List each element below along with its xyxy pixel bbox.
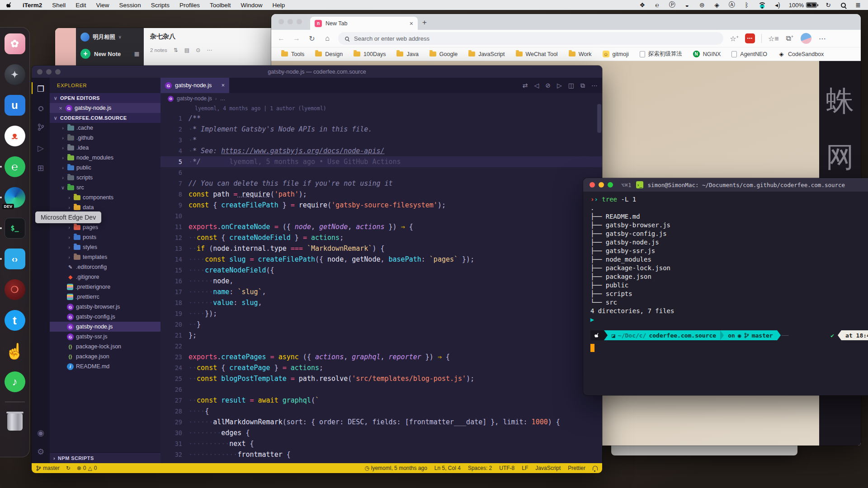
window-tiles-icon[interactable]: ❖ — [639, 1, 646, 9]
evernote-account[interactable]: 明月相照 ∨ — [80, 33, 139, 42]
menu-item-help[interactable]: Help — [272, 2, 285, 9]
notifications-bell-icon[interactable] — [593, 466, 598, 470]
menu-item-profiles[interactable]: Profiles — [179, 2, 200, 9]
hat-app-icon[interactable]: ◒ — [684, 1, 691, 9]
dock-trash[interactable] — [4, 411, 26, 433]
address-bar[interactable]: Search or enter web address — [338, 32, 723, 45]
npm-scripts-section[interactable]: ›NPM SCRIPTS — [50, 452, 160, 463]
open-editor-item[interactable]: ×Ggatsby-node.js — [50, 103, 160, 113]
open-preview-icon[interactable]: ◫ — [568, 82, 574, 89]
bookmark-100Days[interactable]: 100Days — [354, 51, 386, 57]
tree-item-data[interactable]: ›data — [50, 202, 160, 212]
bookmark-JavaScript[interactable]: JavaScript — [468, 51, 505, 57]
control-center-icon[interactable]: ≣ — [854, 1, 862, 9]
close-icon[interactable]: × — [58, 105, 63, 112]
tree-item-public[interactable]: ›public — [50, 163, 160, 173]
tree-item-templates[interactable]: ›templates — [50, 252, 160, 262]
dock-red-app[interactable]: ❍ — [4, 279, 26, 300]
split-editor-icon[interactable]: ⧉ — [580, 82, 585, 89]
tree-item-package.json[interactable]: {}package.json — [50, 352, 160, 361]
input-source-icon[interactable]: Ⓐ — [728, 1, 736, 9]
discard-icon[interactable]: ⊘ — [545, 82, 551, 89]
window-controls[interactable] — [590, 182, 613, 188]
tree-item-README.md[interactable]: iREADME.md — [50, 361, 160, 371]
dock-hand-app[interactable]: ☝ — [4, 340, 26, 362]
section-workspace[interactable]: ∨CODERFEE.COM.SOURCE — [50, 113, 160, 123]
dock-photos-app[interactable]: ✿ — [4, 33, 26, 55]
bookmark-AgentNEO[interactable]: AgentNEO — [731, 51, 767, 57]
parallels-icon[interactable]: Ⓟ — [669, 1, 676, 9]
nav-forward-icon[interactable]: ▷ — [557, 82, 562, 89]
tree-item-gatsby-ssr.js[interactable]: Ggatsby-ssr.js — [50, 332, 160, 342]
security-shield-icon[interactable]: ◈ — [713, 1, 721, 9]
sync-indicator[interactable]: ↻ — [66, 465, 71, 471]
settings-more-icon[interactable]: ⋯ — [818, 34, 827, 43]
status-item[interactable]: ◷ lyemoml, 5 months ago — [364, 465, 427, 471]
forward-icon[interactable]: → — [292, 34, 301, 42]
status-item[interactable]: Prettier — [568, 465, 585, 471]
menu-item-edit[interactable]: Edit — [75, 2, 86, 9]
window-controls[interactable] — [278, 19, 302, 24]
menu-item-session[interactable]: Session — [119, 2, 141, 9]
bluetooth-icon[interactable]: ᛒ — [743, 1, 750, 9]
editor-tab[interactable]: G gatsby-node.js × — [160, 78, 229, 93]
password-extension-icon[interactable]: ••• — [745, 33, 755, 43]
menu-item-window[interactable]: Window — [241, 2, 262, 9]
dock-music-app[interactable]: ♪ — [4, 371, 26, 393]
grid-icon[interactable]: ▦ — [134, 51, 139, 57]
tree-item-scripts[interactable]: ›scripts — [50, 173, 160, 183]
menu-item-shell[interactable]: Shell — [52, 2, 66, 9]
bookmark-Work[interactable]: Work — [569, 51, 592, 57]
bookmark-CodeSandbox[interactable]: ◈CodeSandbox — [778, 51, 824, 57]
tree-item-package-lock.json[interactable]: {}package-lock.json — [50, 342, 160, 352]
tree-item-.gitignore[interactable]: ◆.gitignore — [50, 272, 160, 282]
nav-back-icon[interactable]: ◁ — [534, 82, 539, 89]
tree-item-.idea[interactable]: ›.idea — [50, 143, 160, 153]
bookmark-Java[interactable]: Java — [396, 51, 418, 57]
view-icon[interactable]: ▤ — [184, 47, 189, 53]
tag-icon[interactable]: ⊙ — [196, 47, 200, 53]
editor-scrollbar[interactable] — [597, 104, 601, 133]
explorer-icon[interactable]: ❐ — [32, 84, 50, 94]
status-item[interactable]: Ln 5, Col 4 — [434, 465, 461, 471]
time-machine-icon[interactable]: ↻ — [825, 1, 832, 9]
bookmark-NGINX[interactable]: NNGINX — [693, 51, 721, 57]
tree-item-.prettierrc[interactable]: .prettierrc — [50, 292, 160, 302]
dock-vscode[interactable]: ‹› — [4, 248, 26, 270]
tree-item-posts[interactable]: ›posts — [50, 232, 160, 242]
terminal-content[interactable]: ›› tree -L 1.├── README.md├── gatsby-bro… — [583, 192, 868, 352]
spotlight-icon[interactable] — [840, 1, 847, 9]
account-icon[interactable]: ◉ — [37, 428, 44, 438]
dock-iterm[interactable]: $_ — [4, 217, 26, 239]
menu-item-iterm2[interactable]: iTerm2 — [23, 2, 42, 9]
dock-twitter[interactable]: t — [4, 310, 26, 331]
menu-item-toolbelt[interactable]: Toolbelt — [210, 2, 231, 9]
source-control-icon[interactable] — [32, 123, 50, 133]
search-icon[interactable] — [32, 104, 50, 113]
tree-item-gatsby-browser.js[interactable]: Ggatsby-browser.js — [50, 302, 160, 312]
menu-item-view[interactable]: View — [96, 2, 109, 9]
more-actions-icon[interactable]: ⋯ — [591, 82, 598, 89]
section-open-editors[interactable]: ∨OPEN EDITORS — [50, 93, 160, 103]
status-item[interactable]: JavaScript — [535, 465, 561, 471]
tree-item-gatsby-config.js[interactable]: Ggatsby-config.js — [50, 312, 160, 322]
apple-menu-icon[interactable] — [6, 1, 13, 9]
more-icon[interactable]: ⋯ — [207, 47, 212, 53]
wifi-icon[interactable] — [758, 2, 766, 8]
volume-icon[interactable]: ◂) — [774, 1, 781, 9]
home-icon[interactable]: ⌂ — [323, 34, 332, 42]
bookmark-Google[interactable]: Google — [429, 51, 458, 57]
status-item[interactable]: Spaces: 2 — [468, 465, 492, 471]
breadcrumb[interactable]: G gatsby-node.js › … — [160, 93, 602, 104]
tab-close-icon[interactable]: × — [410, 20, 413, 27]
evernote-menu-icon[interactable]: ℮ — [654, 1, 661, 9]
switch-app-icon[interactable]: ⊜ — [698, 1, 706, 9]
tree-item-.editorconfig[interactable]: ✎.editorconfig — [50, 262, 160, 272]
git-branch-indicator[interactable]: master — [36, 465, 60, 471]
dock-fox-app[interactable]: ᴥ — [4, 125, 26, 147]
tree-item-components[interactable]: ›components — [50, 192, 160, 202]
dock-utools[interactable]: u — [4, 94, 26, 116]
bookmark-Design[interactable]: Design — [315, 51, 343, 57]
tree-item-src[interactable]: ∨src — [50, 183, 160, 192]
codelens-annotation[interactable]: lyemoml, 4 months ago | 1 author (lyemom… — [160, 104, 602, 113]
